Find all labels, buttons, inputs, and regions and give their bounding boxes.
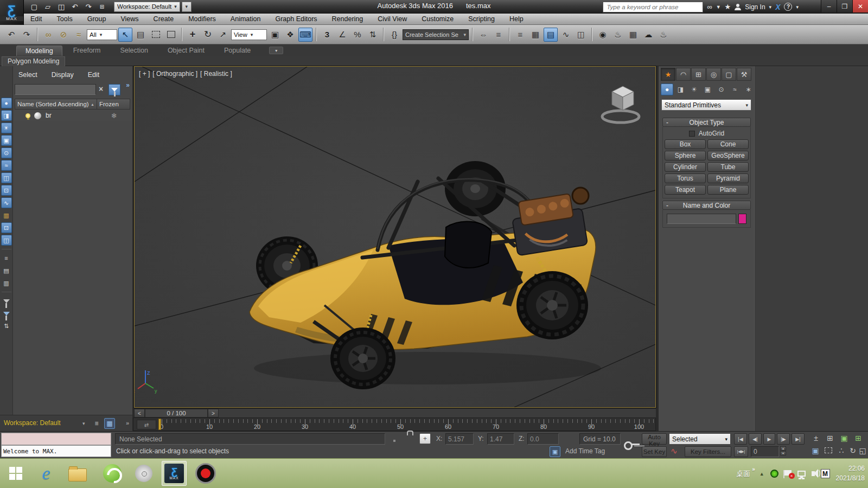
filter-icon[interactable] [1,296,12,306]
viewport-pov-menu[interactable]: [ Orthographic ] [152,70,197,78]
category-geometry-icon[interactable]: ● [661,84,673,95]
object-name-field[interactable] [667,214,736,224]
taskbar-browser-icon[interactable] [100,461,125,486]
object-type-header[interactable]: - Object Type [662,118,751,127]
explorer-search-input[interactable] [15,84,96,95]
taskbar-ie-icon[interactable]: e [34,461,59,486]
object-color-swatch[interactable] [738,214,746,224]
undo-icon[interactable]: ↶ [4,28,18,42]
ribbon-tab-populate[interactable]: Populate [215,46,259,55]
render-in-cloud-icon[interactable]: ☁ [641,28,655,42]
category-shapes-icon[interactable]: ◨ [674,84,687,95]
timeline-ticks[interactable]: 0 10 20 30 40 50 60 70 80 90 100 [159,418,654,431]
exchange-apps-icon[interactable]: X [775,3,780,11]
window-crossing-icon[interactable] [164,28,178,42]
zoom-icon[interactable]: ± [809,434,822,442]
select-and-manipulate-icon[interactable]: ❖ [283,28,297,42]
key-mode-dropdown[interactable]: Selected ▾ [669,433,731,445]
previous-frame-button[interactable]: < [134,409,145,418]
workspace-menu-button[interactable]: ▾ [182,2,192,12]
display-lights-icon[interactable]: ☀ [1,123,12,133]
ribbon-minimize-icon[interactable]: ▾ [269,47,283,54]
clock[interactable]: 22:06 2021/8/18 [836,464,865,483]
menu-civil-view[interactable]: Civil View [378,15,407,23]
autogrid-checkbox[interactable] [689,131,695,137]
maxscript-mini-listener-white[interactable]: Welcome to MAX. [1,445,111,457]
overflow-chevron-icon[interactable]: » [126,420,129,426]
undo-icon[interactable]: ↶ [69,1,81,12]
menu-edit[interactable]: Edit [30,15,42,23]
display-children-icon[interactable]: ◫ [1,235,12,246]
schematic-view-icon[interactable]: ◫ [574,28,588,42]
chevron-down-icon[interactable]: ▾ [82,421,85,426]
workspace-selector[interactable]: Workspace: Default [4,419,61,427]
taskbar-3dsmax-icon[interactable]: ƷMAX [162,461,187,486]
ribbon-tab-object-paint[interactable]: Object Paint [159,46,213,55]
tab-create[interactable]: ★ [661,68,675,81]
sphere-button[interactable]: Sphere [665,151,706,160]
teapot-button[interactable]: Teapot [665,185,706,195]
taskbar-media-icon[interactable] [131,461,156,486]
key-mode-toggle-icon[interactable]: |◀▶| [734,446,748,457]
viewport-shading-menu[interactable]: [ Realistic ] [200,70,232,78]
tab-display[interactable]: ▢ [722,68,736,81]
explorer-overflow-chevron-icon[interactable]: » [126,81,130,89]
scene-explorer-toggle-icon[interactable]: ▤ [544,28,558,42]
zoom-extents-all-icon[interactable]: ⊞ [852,434,865,442]
select-and-scale-icon[interactable]: ↗ [216,28,230,42]
network-icon[interactable] [797,471,806,477]
menu-graph-editors[interactable]: Graph Editors [275,15,317,23]
maxscript-mini-listener-pink[interactable] [1,433,111,445]
explorer-menu-select[interactable]: Select [18,71,37,79]
unlink-selection-icon[interactable]: ⊘ [56,28,71,42]
redo-icon[interactable]: ↷ [20,28,34,42]
timeline-ruler[interactable]: ⇄ 0 10 20 30 40 50 60 70 80 90 100 [133,418,656,431]
torus-button[interactable]: Torus [665,174,706,183]
spinner-up-icon[interactable]: ▲ [780,446,786,451]
rendered-frame-window-icon[interactable]: ▦ [626,28,640,42]
menu-views[interactable]: Views [120,15,138,23]
cone-button[interactable]: Cone [707,139,749,149]
select-and-rotate-icon[interactable]: ↻ [201,28,215,42]
menu-help[interactable]: Help [509,15,524,23]
render-production-icon[interactable]: ♨ [656,28,671,42]
go-to-start-button[interactable]: |◀ [734,433,747,445]
application-menu-button[interactable]: Ʒ MAX [0,0,24,25]
y-coordinate-field[interactable] [487,433,514,445]
time-slider-handle[interactable]: 0 / 100 [145,409,208,418]
tab-modify[interactable]: ◠ [676,68,691,81]
tab-motion[interactable]: ◎ [706,68,721,81]
taskbar-recorder-icon[interactable] [193,461,218,486]
sign-in-dropdown-icon[interactable]: ▾ [769,4,772,10]
display-bones-icon[interactable]: ∿ [1,197,12,208]
tab-hierarchy[interactable]: ⊞ [691,68,706,81]
select-and-link-icon[interactable]: ∞ [41,28,55,42]
filter-advanced-icon[interactable] [1,308,12,319]
panel-tab-polygon-modeling[interactable]: Polygon Modeling [2,56,65,66]
help-icon[interactable]: ? [784,3,792,11]
redo-icon[interactable]: ↷ [82,1,94,12]
named-selection-sets-icon[interactable]: {} [387,28,401,42]
light-on-icon[interactable] [25,113,30,118]
menu-create[interactable]: Create [154,15,174,23]
category-lights-icon[interactable]: ☀ [688,84,700,95]
render-setup-icon[interactable]: ♨ [611,28,625,42]
next-frame-button[interactable]: |▶ [777,433,790,445]
explorer-menu-edit[interactable]: Edit [88,71,100,79]
snap-toggle-3d-icon[interactable]: 3 [320,28,334,42]
display-groups-icon[interactable]: ◫ [1,172,12,183]
viewport-general-menu[interactable]: [ + ] [139,70,150,78]
detail-view-icon[interactable]: ▤ [1,265,12,276]
column-view-icon[interactable]: ▥ [1,278,12,288]
frozen-toggle-icon[interactable]: ❄ [97,112,131,120]
display-influences-icon[interactable]: ⊡ [1,222,12,233]
percent-snap-icon[interactable]: % [350,28,365,42]
named-selection-dropdown[interactable]: Create Selection Se▾ [403,29,469,40]
x-coordinate-field[interactable] [445,433,474,445]
input-method-icon[interactable]: M [821,469,830,478]
name-color-header[interactable]: - Name and Color [662,201,751,210]
selection-filter-dropdown[interactable]: All▾ [87,29,117,40]
curve-editor-icon[interactable]: ∿ [559,28,573,42]
project-folder-icon[interactable]: ⧈ [96,1,108,12]
bind-to-spacewarp-icon[interactable]: ≈ [72,28,86,42]
